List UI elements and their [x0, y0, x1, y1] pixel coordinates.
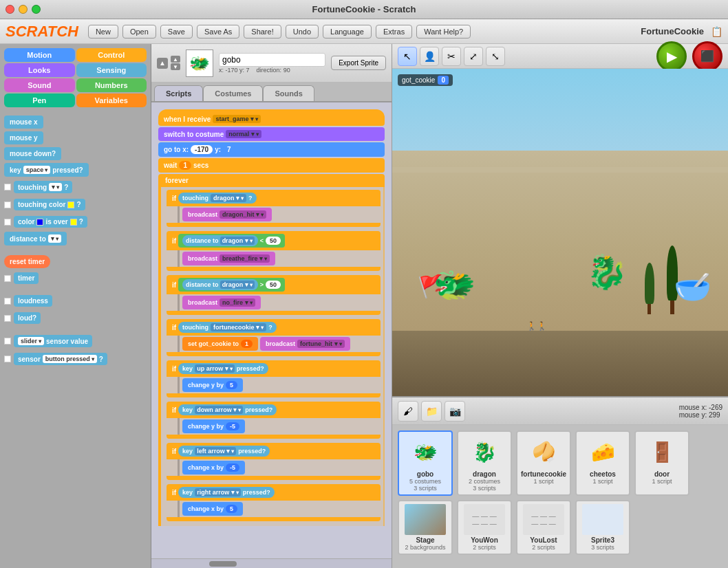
block-reset-timer[interactable]: reset timer — [4, 255, 50, 268]
category-looks[interactable]: Looks — [4, 63, 75, 77]
if-key-left-header[interactable]: if key left arrow ▾ pressed? — [167, 443, 381, 459]
distance-dropdown[interactable]: ▾ — [48, 234, 61, 243]
sprite-card-youlost[interactable]: — — —— — — YouLost 2 scripts — [516, 500, 571, 555]
export-sprite-button[interactable]: Export Sprite — [331, 56, 386, 70]
save-button[interactable]: Save — [160, 25, 193, 39]
touching-condition[interactable]: touching dragon ▾ ? — [178, 193, 257, 204]
help-button[interactable]: Want Help? — [416, 25, 471, 39]
sprite-camera-btn[interactable]: 📷 — [445, 401, 465, 422]
category-pen[interactable]: Pen — [4, 94, 75, 107]
sprite-card-gobo[interactable]: 🐲 gobo 5 costumes3 scripts — [398, 430, 453, 496]
scissors-tool[interactable]: ✂ — [442, 47, 461, 66]
touching-checkbox[interactable] — [4, 184, 11, 190]
block-set-got-cookie[interactable]: set got_cookie to 1 — [182, 337, 258, 351]
block-timer[interactable]: timer — [14, 272, 39, 284]
touching-dropdown[interactable]: ▾ — [49, 183, 62, 191]
sprite-card-sprite3[interactable]: Sprite3 3 scripts — [575, 500, 630, 555]
key-up-condition[interactable]: key up arrow ▾ pressed? — [178, 363, 268, 374]
block-mouse-down[interactable]: mouse down? — [4, 147, 61, 160]
block-loud[interactable]: loud? — [14, 312, 41, 324]
category-control[interactable]: Control — [76, 48, 147, 62]
if-distance-gt-header[interactable]: if distance to dragon ▾ > 50 — [167, 275, 381, 294]
change-x-neg-value[interactable]: -5 — [226, 463, 239, 472]
if-key-right-header[interactable]: if key right arrow ▾ pressed? — [167, 484, 381, 501]
distance-gt-value[interactable]: 50 — [266, 281, 281, 289]
block-broadcast-breathe-fire[interactable]: broadcast breathe_fire ▾ — [182, 252, 275, 265]
maximize-button[interactable] — [32, 5, 41, 14]
touching-target[interactable]: dragon ▾ — [211, 194, 246, 202]
block-key-pressed[interactable]: key space pressed? — [4, 163, 89, 177]
cheetos-sprite[interactable]: 🥣 — [674, 269, 711, 305]
forever-header[interactable]: forever — [158, 174, 385, 187]
block-touching[interactable]: touching ▾ ? — [14, 181, 72, 193]
nav-down[interactable]: ▼ — [171, 63, 180, 70]
block-change-x-pos[interactable]: change x by 5 — [182, 502, 243, 516]
language-button[interactable]: Language — [323, 25, 372, 39]
scrollbar-thumb[interactable] — [209, 561, 237, 567]
block-slider[interactable]: slider sensor value — [14, 335, 92, 347]
costume-dropdown[interactable]: normal ▾ — [226, 130, 261, 138]
minimize-button[interactable] — [19, 5, 28, 14]
touching-cookie-target[interactable]: fortunecookie ▾ — [211, 323, 266, 331]
change-x-pos-value[interactable]: 5 — [226, 505, 237, 513]
block-when-receive[interactable]: when I receive start_game ▾ — [158, 109, 385, 126]
script-scrollbar[interactable] — [151, 558, 392, 568]
run-button[interactable]: ▶ — [656, 41, 687, 72]
block-switch-costume[interactable]: switch to costume normal ▾ — [158, 127, 385, 141]
block-color-over[interactable]: color is over ? — [14, 216, 87, 228]
distance-gt-sensing[interactable]: distance to dragon ▾ — [182, 279, 258, 290]
tab-sounds[interactable]: Sounds — [263, 85, 314, 101]
timer-checkbox[interactable] — [4, 275, 11, 282]
key-down-condition[interactable]: key down arrow ▾ pressed? — [178, 404, 277, 415]
extras-button[interactable]: Extras — [376, 25, 412, 39]
sprite-card-youwon[interactable]: — — —— — — YouWon 2 scripts — [457, 500, 512, 555]
block-change-x-neg[interactable]: change x by -5 — [182, 461, 245, 474]
block-wait[interactable]: wait 1 secs — [158, 158, 385, 173]
block-mouse-x[interactable]: mouse x — [4, 116, 43, 129]
change-y-neg-value[interactable]: -5 — [226, 422, 239, 430]
script-canvas[interactable]: when I receive start_game ▾ switch to co… — [151, 102, 392, 558]
block-goto-xy[interactable]: go to x: -170 y: 7 — [158, 142, 385, 157]
broadcast-breathe-fire-dropdown[interactable]: breathe_fire ▾ — [220, 254, 270, 263]
block-broadcast-no-fire[interactable]: broadcast no_fire ▾ — [182, 296, 261, 309]
block-loudness[interactable]: loudness — [14, 295, 52, 307]
sensor-checkbox[interactable] — [4, 356, 11, 362]
sprite-card-door[interactable]: 🚪 door 1 script — [634, 430, 689, 496]
touching-cookie-condition[interactable]: touching fortunecookie ▾ ? — [178, 322, 277, 333]
new-button[interactable]: New — [88, 25, 118, 39]
color-over-checkbox[interactable] — [4, 219, 11, 226]
goto-y-input[interactable]: 7 — [223, 145, 235, 154]
close-button[interactable] — [6, 5, 14, 14]
broadcast-dragon-hit-dropdown[interactable]: dragon_hit ▾ — [220, 210, 266, 219]
wait-input[interactable]: 1 — [179, 161, 191, 170]
sprite-folder-btn[interactable]: 📁 — [421, 401, 442, 422]
block-touching-color[interactable]: touching color ? — [14, 199, 85, 210]
distance-lt-condition[interactable]: distance to dragon ▾ < 50 — [178, 234, 285, 248]
tab-costumes[interactable]: Costumes — [203, 85, 263, 101]
open-button[interactable]: Open — [122, 25, 156, 39]
if-touching-cookie-header[interactable]: if touching fortunecookie ▾ ? — [167, 319, 381, 336]
if-key-down-header[interactable]: if key down arrow ▾ pressed? — [167, 402, 381, 418]
block-sensor[interactable]: sensor button pressed ? — [14, 353, 107, 365]
block-change-y-pos[interactable]: change y by 5 — [182, 378, 243, 392]
window-buttons[interactable] — [6, 5, 41, 14]
distance-gt-condition[interactable]: distance to dragon ▾ > 50 — [178, 278, 285, 292]
key-left-condition[interactable]: key left arrow ▾ pressed? — [178, 446, 270, 457]
share-button[interactable]: Share! — [244, 25, 281, 39]
key-up-dropdown[interactable]: up arrow ▾ — [195, 364, 235, 373]
slider-dropdown[interactable]: slider — [18, 337, 44, 345]
distance-lt-value[interactable]: 50 — [266, 237, 281, 245]
sprite-card-stage[interactable]: Stage 2 backgrounds — [398, 500, 453, 555]
category-sound[interactable]: Sound — [4, 78, 75, 92]
if-distance-lt-header[interactable]: if distance to dragon ▾ < 50 — [167, 231, 381, 250]
if-key-up-header[interactable]: if key up arrow ▾ pressed? — [167, 360, 381, 377]
receive-dropdown[interactable]: start_game ▾ — [213, 115, 261, 123]
goto-x-input[interactable]: -170 — [191, 145, 213, 154]
key-right-dropdown[interactable]: right arrow ▾ — [195, 488, 241, 496]
block-change-y-neg[interactable]: change y by -5 — [182, 419, 245, 433]
block-broadcast-dragon-hit[interactable]: broadcast dragon_hit ▾ — [182, 208, 272, 221]
dragon-sprite[interactable]: 🐉 — [586, 253, 628, 292]
collapse-btn[interactable]: ▲ — [157, 58, 168, 69]
sprite-card-cheetos[interactable]: 🧀 cheetos 1 script — [575, 430, 630, 496]
cursor-tool[interactable]: ↖ — [398, 47, 417, 66]
